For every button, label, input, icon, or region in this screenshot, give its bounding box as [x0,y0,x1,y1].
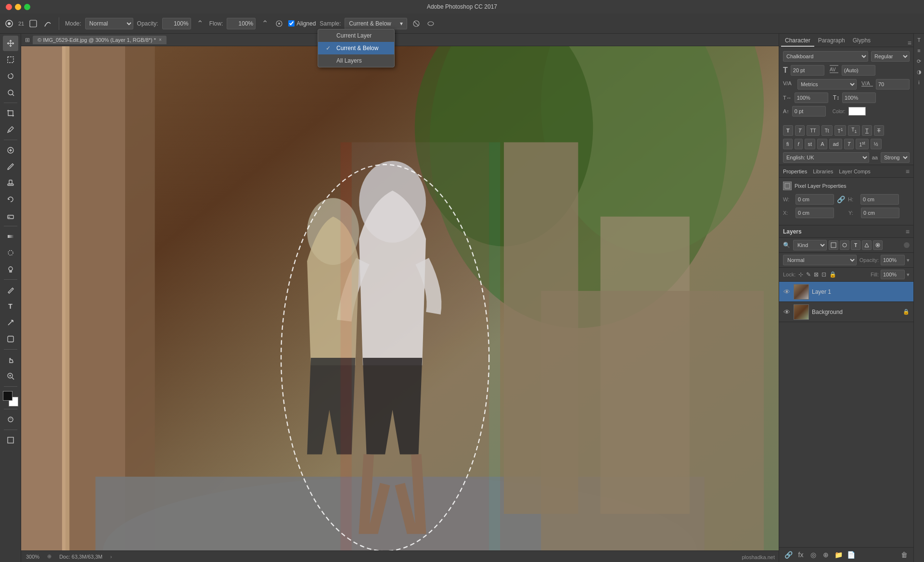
dropdown-item-current-below[interactable]: ✓ Current & Below [318,42,394,54]
screen-mode-tool[interactable] [3,432,18,448]
st-ligature-button[interactable]: st [805,139,816,149]
properties-panel-menu[interactable]: ≡ [906,168,910,175]
panel-toggle-history[interactable]: ⟳ [915,57,924,65]
layer-1-visibility-icon[interactable]: 👁 [783,288,791,296]
fi-ligature-button[interactable]: fi [783,139,793,149]
status-arrow-right[interactable]: › [110,554,112,560]
sample-select[interactable]: Current & Below ▾ [345,18,407,29]
ordinal-a-button[interactable]: A [817,139,827,149]
foreground-color[interactable] [3,391,13,401]
quick-mask-tool[interactable] [3,412,18,427]
tab-glyphs[interactable]: Glyphs [849,35,874,47]
strikethrough-button[interactable]: T [874,125,884,136]
link-layers-btn[interactable]: 🔗 [783,549,794,560]
tab-properties[interactable]: Properties [783,169,807,174]
fractions-button[interactable]: T [844,139,854,149]
mode-select[interactable]: Normal [85,18,133,29]
panel-toggle-layers[interactable]: ≡ [915,46,924,55]
layers-panel-menu[interactable]: ≡ [906,228,910,235]
panel-toggle-info[interactable]: i [915,78,924,87]
flow-toggle-icon[interactable]: ⌃ [259,18,270,29]
scale-v-input[interactable] [842,92,876,103]
dropdown-item-current-layer[interactable]: Current Layer [318,29,394,42]
aligned-checkbox-label[interactable]: Aligned [288,20,316,27]
path-selection-tool[interactable] [3,315,18,330]
language-select[interactable]: English: UK [783,152,869,163]
document-tab[interactable]: © IMG_0529-Edit.jpg @ 300% (Layer 1, RGB… [33,36,167,44]
small-caps-button[interactable]: Tt [821,125,833,136]
subscript-button[interactable]: T1 [848,125,860,136]
layers-filter-toggle[interactable] [904,242,910,248]
filter-smart-btn[interactable] [873,240,883,250]
prop-x-input[interactable] [796,208,834,218]
adjustment-layer-btn[interactable]: ⊕ [821,549,831,560]
ignore-adj-icon[interactable] [411,18,422,29]
shape-tool[interactable] [3,331,18,347]
layer-style-btn[interactable]: fx [796,549,806,560]
gradient-tool[interactable] [3,229,18,244]
eyedropper-tool[interactable] [3,122,18,137]
canvas-container[interactable] [21,46,779,550]
leading-input[interactable] [842,65,875,76]
brush-tool-left[interactable] [3,159,18,174]
kerning-select[interactable]: Metrics [797,79,857,90]
underline-button[interactable]: T [862,125,872,136]
stamp-tool[interactable] [3,175,18,191]
tab-paragraph[interactable]: Paragraph [814,35,849,47]
layer-item-1[interactable]: 👁 Layer 1 [779,282,913,302]
font-size-input[interactable] [791,65,824,76]
layers-blend-mode[interactable]: Normal [783,255,857,265]
crop-tool[interactable] [3,105,18,121]
background-layer-visibility-icon[interactable]: 👁 [783,308,791,316]
filter-pixel-btn[interactable] [829,240,838,250]
layer-item-background[interactable]: 👁 Background 🔒 [779,302,913,322]
bold-button[interactable]: T [783,125,793,136]
half-button[interactable]: ½ [871,139,882,149]
tab-character[interactable]: Character [781,35,814,47]
filter-shape-btn[interactable] [862,240,872,250]
pen-tool[interactable] [3,282,18,298]
tab-pin-icon[interactable]: ⊞ [25,37,30,43]
opacity-input-layers[interactable] [881,255,905,265]
delete-layer-btn[interactable]: 🗑 [899,549,910,560]
prop-h-input[interactable] [860,194,899,205]
fl-ligature-button[interactable]: f [795,139,803,149]
font-style-select[interactable]: Regular [871,51,910,62]
all-caps-button[interactable]: TT [807,125,819,136]
move-tool[interactable] [3,36,18,51]
tab-close-button[interactable]: × [159,37,162,42]
brush-tool-icon[interactable] [4,18,14,29]
quick-select-tool[interactable] [3,85,18,100]
flow-input[interactable]: 100% [227,18,256,29]
lock-pixels-icon[interactable]: ✎ [806,271,811,278]
opacity-toggle-icon[interactable]: ⌃ [195,18,205,29]
rect-marquee-tool[interactable] [3,52,18,67]
traffic-lights[interactable] [6,4,30,10]
color-swatch[interactable] [848,107,866,116]
type-tool[interactable]: T [3,299,18,314]
lock-position-icon[interactable]: ⊹ [798,271,803,278]
panel-toggle-char[interactable]: T [915,36,924,44]
pressure-icon[interactable] [425,18,436,29]
tab-layer-comps[interactable]: Layer Comps [839,169,870,174]
airbrush-icon[interactable] [274,18,284,29]
sample-dropdown[interactable]: Current & Below ▾ [345,18,407,29]
dodge-tool[interactable] [3,261,18,277]
fg-bg-colors[interactable] [3,391,18,406]
baseline-input[interactable] [792,106,826,117]
lock-artboard-icon[interactable]: 🔒 [829,271,836,278]
tab-libraries[interactable]: Libraries [813,169,833,174]
fill-input[interactable] [881,270,905,279]
prop-link-icon[interactable]: 🔗 [837,196,845,203]
new-layer-btn[interactable]: 📄 [846,549,856,560]
character-panel-menu[interactable]: ≡ [908,39,911,47]
tracking-input[interactable] [876,79,910,90]
add-mask-btn[interactable]: ◎ [808,549,819,560]
scale-h-input[interactable] [795,92,828,103]
hand-tool[interactable] [3,352,18,367]
maximize-button[interactable] [24,4,30,10]
filter-type-btn[interactable]: T [851,240,860,250]
lock-image-icon[interactable]: ⊠ [814,271,819,278]
italic-button[interactable]: T [795,125,805,136]
eraser-tool[interactable] [3,208,18,223]
